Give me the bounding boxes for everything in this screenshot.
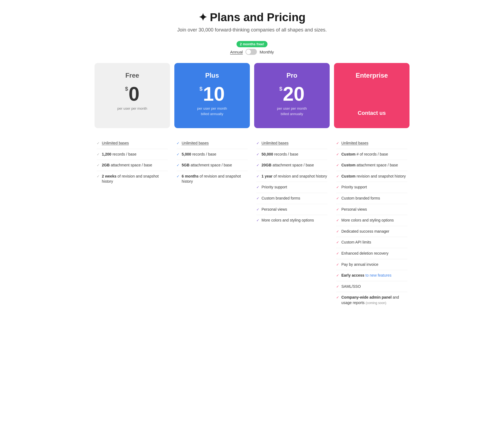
plan-amount-free: 0 [129, 84, 140, 104]
page-subtitle: Join over 30,000 forward-thinking compan… [94, 27, 410, 33]
check-icon: ✓ [256, 218, 259, 222]
plan-billing-pro: per user per month billed annually [277, 106, 307, 116]
plan-name-plus: Plus [205, 72, 219, 79]
check-icon: ✓ [97, 174, 100, 178]
list-item: ✓ Dedicated success manager [336, 226, 407, 237]
list-item: ✓ Custom revision and snapshot history [336, 171, 407, 182]
list-item: ✓ 2GB attachment space / base [97, 160, 168, 171]
list-item: ✓ Company-wide admin panel and usage rep… [336, 292, 407, 308]
list-item: ✓ Unlimited bases [256, 138, 327, 149]
plan-billing-free: per user per month [117, 106, 147, 111]
list-item: ✓ Pay by annual invoice [336, 259, 407, 270]
check-icon: ✓ [256, 152, 259, 156]
list-item: ✓ Early access to new features [336, 270, 407, 281]
features-pro: ✓ Unlimited bases ✓ 50,000 records / bas… [254, 138, 330, 308]
check-icon: ✓ [336, 263, 339, 267]
check-icon: ✓ [336, 141, 339, 145]
check-icon: ✓ [336, 163, 339, 167]
check-icon: ✓ [256, 196, 259, 200]
list-item: ✓ Custom API limits [336, 237, 407, 248]
list-item: ✓ 5GB attachment space / base [177, 160, 248, 171]
check-icon: ✓ [97, 163, 100, 167]
plan-name-free: Free [125, 72, 139, 79]
billing-toggle[interactable] [245, 49, 257, 55]
free-months-badge: 2 months free! [237, 41, 267, 47]
check-icon: ✓ [336, 273, 339, 277]
list-item: ✓ More colors and styling options [336, 215, 407, 226]
features-enterprise: ✓ Unlimited bases ✓ Custom # of records … [334, 138, 410, 308]
check-icon: ✓ [177, 141, 179, 145]
plan-amount-plus: 10 [203, 84, 225, 104]
plan-price-free: $ 0 [125, 84, 139, 104]
check-icon: ✓ [336, 196, 339, 200]
plan-currency-pro: $ [279, 86, 282, 92]
list-item: ✓ Unlimited bases [336, 138, 407, 149]
check-icon: ✓ [336, 207, 339, 211]
billing-toggle-section: 2 months free! Annual Monthly [94, 41, 410, 55]
check-icon: ✓ [97, 141, 100, 145]
check-icon: ✓ [256, 185, 259, 189]
list-item: ✓ 6 months of revision and snapshot hist… [177, 171, 248, 187]
annual-label[interactable]: Annual [230, 50, 243, 54]
list-item: ✓ 2 weeks of revision and snapshot histo… [97, 171, 168, 187]
plan-card-enterprise: Enterprise Contact us [334, 63, 410, 128]
list-item: ✓ Custom # of records / base [336, 149, 407, 160]
check-icon: ✓ [336, 240, 339, 244]
sparkle-icon: ✦ [199, 11, 207, 23]
list-item: ✓ 1 year of revision and snapshot histor… [256, 171, 327, 182]
list-item: ✓ Unlimited bases [97, 138, 168, 149]
list-item: ✓ Personal views [336, 204, 407, 215]
check-icon: ✓ [177, 152, 179, 156]
monthly-label[interactable]: Monthly [260, 50, 274, 54]
check-icon: ✓ [256, 207, 259, 211]
plan-currency-plus: $ [199, 86, 202, 92]
check-icon: ✓ [336, 152, 339, 156]
check-icon: ✓ [336, 284, 339, 289]
check-icon: ✓ [256, 141, 259, 145]
list-item: ✓ SAML/SSO [336, 281, 407, 292]
check-icon: ✓ [336, 185, 339, 189]
features-plus: ✓ Unlimited bases ✓ 5,000 records / base… [174, 138, 250, 308]
plan-currency-free: $ [125, 86, 128, 92]
list-item: ✓ 1,200 records / base [97, 149, 168, 160]
plan-name-enterprise: Enterprise [356, 72, 388, 79]
check-icon: ✓ [97, 152, 100, 156]
list-item: ✓ More colors and styling options [256, 215, 327, 226]
pricing-cards-grid: Free $ 0 per user per month Plus $ 10 pe… [94, 63, 410, 128]
list-item: ✓ 20GB attachment space / base [256, 160, 327, 171]
features-grid: ✓ Unlimited bases ✓ 1,200 records / base… [94, 138, 410, 308]
list-item: ✓ Custom attachment space / base [336, 160, 407, 171]
list-item: ✓ Custom branded forms [336, 193, 407, 204]
check-icon: ✓ [177, 163, 179, 167]
page-title: ✦ Plans and Pricing [94, 11, 410, 24]
plan-card-pro: Pro $ 20 per user per month billed annua… [254, 63, 330, 128]
check-icon: ✓ [336, 174, 339, 178]
list-item: ✓ Unlimited bases [177, 138, 248, 149]
list-item: ✓ Enhanced deletion recovery [336, 248, 407, 259]
features-free: ✓ Unlimited bases ✓ 1,200 records / base… [94, 138, 170, 308]
list-item: ✓ Priority support [336, 182, 407, 193]
list-item: ✓ Custom branded forms [256, 193, 327, 204]
check-icon: ✓ [336, 251, 339, 255]
list-item: ✓ Priority support [256, 182, 327, 193]
list-item: ✓ Personal views [256, 204, 327, 215]
check-icon: ✓ [256, 163, 259, 167]
check-icon: ✓ [336, 295, 339, 299]
plan-amount-pro: 20 [283, 84, 305, 104]
list-item: ✓ 50,000 records / base [256, 149, 327, 160]
plan-card-plus: Plus $ 10 per user per month billed annu… [174, 63, 250, 128]
check-icon: ✓ [336, 218, 339, 222]
plan-price-pro: $ 20 [279, 84, 304, 104]
plan-price-plus: $ 10 [199, 84, 225, 104]
billing-toggle-row: Annual Monthly [230, 49, 274, 55]
list-item: ✓ 5,000 records / base [177, 149, 248, 160]
plan-billing-plus: per user per month billed annually [197, 106, 227, 116]
check-icon: ✓ [336, 229, 339, 233]
plan-card-free: Free $ 0 per user per month [94, 63, 170, 128]
plan-name-pro: Pro [286, 72, 297, 79]
contact-us-button[interactable]: Contact us [358, 108, 386, 118]
check-icon: ✓ [177, 174, 179, 178]
check-icon: ✓ [256, 174, 259, 178]
